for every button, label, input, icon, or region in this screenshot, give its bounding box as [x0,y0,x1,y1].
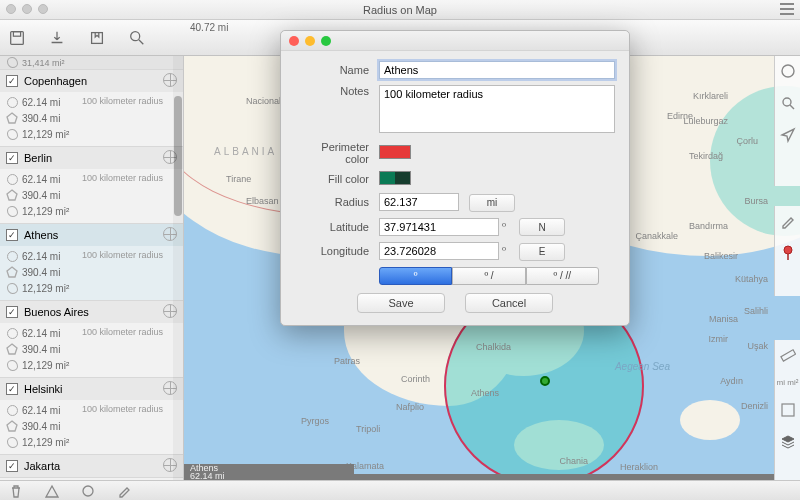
import-icon[interactable] [46,27,68,49]
area-icon [7,129,18,140]
list-item[interactable]: Copenhagen 62.14 mi 390.4 mi 12,129 mi² … [0,70,183,147]
pin-icon[interactable] [779,244,797,262]
pencil-icon[interactable] [779,212,797,230]
field-label: Name [295,64,379,76]
field-label: Fill color [295,173,379,185]
checkbox-icon[interactable] [6,75,18,87]
longitude-hemi-button[interactable]: E [519,243,565,261]
save-button[interactable]: Save [357,293,445,313]
perimeter-icon [6,343,18,355]
list-item[interactable]: Jakarta [0,455,183,478]
list-item-name: Berlin [24,152,52,164]
zoom-window-icon[interactable] [38,4,48,14]
svg-marker-4 [7,113,17,123]
map-style-icon[interactable] [779,401,797,419]
map-status-bar: Athens 62.14 mi [184,464,354,480]
list-item[interactable]: Berlin 62.14 mi 390.4 mi 12,129 mi² 100 … [0,147,183,224]
search-icon[interactable] [779,94,797,112]
format-deg-min-sec[interactable]: º / // [526,267,599,285]
format-deg-min[interactable]: º / [452,267,525,285]
close-window-icon[interactable] [6,4,16,14]
area-icon [7,57,18,68]
city-label: Uşak [745,341,770,351]
city-label: Manisa [707,314,740,324]
city-label: Elbasan [244,196,281,206]
radius-icon [7,251,18,262]
checkbox-icon[interactable] [6,460,18,472]
latitude-input[interactable] [379,218,499,236]
cancel-button[interactable]: Cancel [465,293,553,313]
edit-dialog: Name Notes Perimeter color Fill color Ra… [280,30,630,326]
circle-tool-icon[interactable] [80,484,96,498]
city-label: Balikesir [702,251,740,261]
unit-button[interactable]: mi [469,194,515,212]
trash-icon[interactable] [8,484,24,498]
fill-color-swatch[interactable] [379,171,411,185]
zoom-icon[interactable] [321,36,331,46]
latitude-hemi-button[interactable]: N [519,218,565,236]
list-item[interactable]: Athens 62.14 mi 390.4 mi 12,129 mi² 100 … [0,224,183,301]
dialog-titlebar[interactable] [281,31,629,51]
city-label: Tirane [224,174,253,184]
perimeter-color-swatch[interactable] [379,145,411,159]
name-input[interactable] [379,61,615,79]
export-icon[interactable] [86,27,108,49]
window-titlebar: Radius on Map [0,0,800,20]
scrollbar[interactable] [173,56,183,480]
svg-marker-8 [7,421,17,431]
list-item[interactable]: Buenos Aires 62.14 mi 390.4 mi 12,129 mi… [0,301,183,378]
list-item[interactable]: Helsinki 62.14 mi 390.4 mi 12,129 mi² 10… [0,378,183,455]
sidebar: 31,414 mi² Copenhagen 62.14 mi 390.4 mi … [0,56,184,480]
close-icon[interactable] [289,36,299,46]
format-deg[interactable]: º [379,267,452,285]
notes-input[interactable] [379,85,615,133]
longitude-input[interactable] [379,242,499,260]
info-icon[interactable] [779,62,797,80]
svg-rect-13 [782,404,794,416]
list-item-name: Helsinki [24,383,63,395]
menu-icon[interactable] [780,3,794,15]
radius-icon [7,405,18,416]
minimize-icon[interactable] [305,36,315,46]
degree-format-segmented[interactable]: º º / º / // [379,267,599,285]
svg-marker-7 [7,344,17,354]
checkbox-icon[interactable] [6,383,18,395]
layers-icon[interactable] [779,433,797,451]
minimize-window-icon[interactable] [22,4,32,14]
window-controls[interactable] [6,4,48,14]
list-item-partial: 31,414 mi² [0,56,183,70]
field-label: Latitude [295,221,379,233]
checkbox-icon[interactable] [6,229,18,241]
warning-icon[interactable] [44,484,60,498]
locate-icon[interactable] [779,126,797,144]
city-label: Chania [557,456,590,466]
field-label: Radius [295,196,379,208]
search-icon[interactable] [126,27,148,49]
city-label: Athens [469,388,501,398]
city-label: Heraklion [618,462,660,472]
svg-point-9 [782,65,794,77]
radius-input[interactable] [379,193,459,211]
save-icon[interactable] [6,27,28,49]
checkbox-icon[interactable] [6,306,18,318]
svg-rect-0 [11,31,24,44]
city-label: Çorlu [734,136,760,146]
field-label: Notes [295,85,379,97]
radius-icon [7,97,18,108]
city-label: Bursa [742,196,770,206]
scrollbar-thumb[interactable] [174,96,182,216]
bottom-toolbar [0,480,800,500]
city-label: Çanakkale [633,231,680,241]
city-label: Tekirdağ [687,151,725,161]
map-pin-icon[interactable] [540,376,550,386]
area-icon [7,437,18,448]
checkbox-icon[interactable] [6,152,18,164]
perimeter-icon [6,112,18,124]
edit-icon[interactable] [116,484,132,498]
list-item-name: Buenos Aires [24,306,89,318]
list-item-name: Jakarta [24,460,60,472]
ruler-icon[interactable] [779,346,797,364]
unit-toggle[interactable]: mi mi² [777,378,799,387]
area-icon [7,360,18,371]
city-label: Corinth [399,374,432,384]
